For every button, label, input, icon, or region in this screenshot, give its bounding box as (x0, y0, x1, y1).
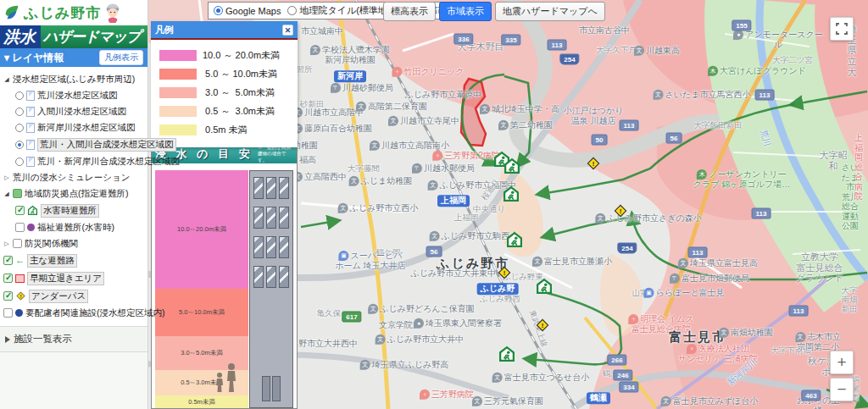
brand-header: ふじみ野市 (0, 0, 147, 25)
checkbox[interactable] (13, 239, 22, 248)
building-door (253, 376, 289, 401)
layer-label: 福祉避難所(水害時) (37, 222, 114, 234)
maptype-option[interactable]: Google Maps (214, 6, 281, 16)
checkbox[interactable] (3, 256, 13, 265)
depth-band: 0.5m未満 (155, 395, 248, 408)
close-icon[interactable]: ✕ (282, 25, 293, 36)
layer-tree-row[interactable]: 水害時避難所 (3, 202, 146, 219)
legend-item: 0.5m 未満 (159, 124, 291, 136)
radio-icon[interactable] (15, 108, 24, 116)
legend-swatch (159, 106, 197, 117)
layer-tree-row[interactable]: 入間川浸水想定区域図 (3, 103, 146, 119)
layer-tree-row[interactable]: 新河岸川浸水想定区域図 (3, 119, 146, 135)
people-silhouette (213, 362, 242, 393)
toolbar-button[interactable]: 地震ハザードマップへ (495, 2, 605, 21)
layer-label: 水害時避難所 (41, 204, 99, 218)
svg-text:!: ! (593, 160, 595, 168)
green-arrow-icon: ← (15, 257, 25, 264)
layer-tree-row[interactable]: !アンダーパス (3, 287, 146, 305)
radio-icon[interactable] (15, 158, 24, 166)
building-floor (253, 266, 289, 288)
layer-label: 主な避難路 (27, 254, 77, 268)
layer-tree-row[interactable]: ▷防災関係機関 (3, 235, 146, 251)
facility-list-toggle[interactable]: 施設一覧表示 (0, 327, 147, 352)
layer-tree-row[interactable]: 荒川・新河岸川合成浸水想定区域図 (3, 153, 146, 169)
shelter-icon[interactable] (506, 231, 524, 252)
legend-label: 10.0 ～ 20.0m未満 (203, 49, 280, 62)
layer-tree-row[interactable]: ▷荒川の浸水シミュレーション (3, 169, 146, 185)
chevron-closed-icon[interactable]: ▷ (3, 174, 10, 181)
fullscreen-button[interactable] (830, 17, 854, 41)
toolbar-button[interactable]: 標高表示 (383, 2, 436, 21)
legend-toggle-button[interactable]: 凡例表示 (99, 50, 143, 65)
window (266, 207, 276, 229)
shelter-icon[interactable] (503, 185, 520, 207)
layer-tree-row[interactable]: 要配慮者関連施設(浸水想定区域内) (3, 305, 146, 321)
chevron-open-icon[interactable]: ◢ (3, 191, 10, 197)
window (266, 236, 276, 258)
shelter-icon[interactable] (498, 345, 516, 367)
layer-label: 荒川の浸水シミュレーション (13, 172, 130, 184)
radio-icon[interactable] (15, 124, 24, 132)
layer-label: 浸水想定区域(ふじみ野市周辺) (13, 74, 135, 86)
underpass-icon[interactable]: ! (587, 157, 601, 174)
layer-tree-row[interactable]: 荒川浸水想定区域図 (3, 87, 146, 103)
checkbox[interactable] (3, 274, 13, 283)
legend-item: 3.0 ～ 5.0m未満 (159, 86, 291, 99)
layer-tree-row[interactable]: ←主な避難路 (3, 251, 146, 269)
checkbox[interactable] (13, 189, 22, 198)
facility-list-label: 施設一覧表示 (14, 333, 72, 345)
mascot-icon (103, 3, 122, 23)
legend-body: 10.0 ～ 20.0m未満 5.0 ～ 10.0m未満 3.0 ～ 5.0m未… (151, 38, 298, 147)
layer-tree-row[interactable]: ◢浸水想定区域(ふじみ野市周辺) (3, 71, 146, 87)
checkbox[interactable] (15, 223, 25, 232)
layer-tree-row[interactable]: 早期立退きエリア (3, 269, 146, 287)
shelter-icon[interactable] (504, 158, 521, 179)
legend-label: 5.0 ～ 10.0m未満 (203, 68, 277, 80)
layer-tree-row[interactable]: ◢地域防災拠点(指定避難所) (3, 185, 146, 202)
city-leaf-logo (3, 3, 21, 22)
window (279, 236, 289, 258)
legend-titlebar[interactable]: 凡例 ✕ (151, 21, 298, 38)
layer-label: 入間川浸水想定区域図 (37, 106, 126, 118)
radio-icon[interactable] (15, 91, 24, 100)
radio-icon[interactable] (287, 6, 297, 15)
window (253, 177, 264, 199)
chevron-closed-icon[interactable]: ▷ (3, 240, 10, 247)
window (266, 177, 276, 199)
shelter-icon[interactable] (536, 278, 554, 299)
legend-label: 3.0 ～ 5.0m未満 (203, 86, 275, 99)
window (279, 207, 289, 229)
window (253, 207, 264, 229)
underpass-icon[interactable]: ! (498, 266, 512, 284)
underpass-icon[interactable]: ! (536, 318, 550, 336)
shelter-icon (27, 205, 38, 216)
underpass-icon[interactable]: ! (614, 204, 628, 222)
building-floor (253, 177, 289, 199)
legend-item: 10.0 ～ 20.0m未満 (159, 49, 291, 62)
depth-guide-note: ※一般的な高層建物の場合です。 (258, 145, 293, 163)
building-illustration (249, 170, 293, 408)
depth-band: 5.0～10.0m未満 (155, 289, 248, 336)
checkbox[interactable] (3, 291, 13, 301)
map-zoom-out-button[interactable]: − (830, 378, 854, 401)
svg-text:!: ! (20, 294, 22, 299)
legend-label: 0.5m 未満 (203, 124, 248, 136)
radio-icon[interactable] (214, 6, 223, 15)
layer-panel-title: ▾ レイヤ情報 (4, 51, 64, 65)
layer-label: アンダーパス (29, 290, 88, 303)
purple-dot-icon (27, 224, 35, 231)
toolbar-button[interactable]: 市域表示 (439, 2, 492, 21)
window (279, 266, 289, 288)
chevron-open-icon[interactable]: ◢ (3, 76, 10, 83)
layer-tree-row[interactable]: 荒川・入間川合成浸水想定区域図 (3, 135, 146, 153)
title-flood: 洪水 (0, 25, 41, 48)
layer-tree-row[interactable]: 福祉避難所(水害時) (3, 219, 146, 235)
legend-label: 0.5 ～ 3.0m未満 (203, 105, 275, 118)
map-zoom-in-button[interactable]: + (830, 351, 854, 374)
checkbox[interactable] (3, 308, 13, 318)
checkbox[interactable] (15, 206, 25, 215)
layer-label: 防災関係機関 (25, 238, 78, 250)
radio-icon[interactable] (15, 141, 24, 149)
depth-guide-illustration: 10.0～20.0m未満5.0～10.0m未満3.0～5.0m未満0.5～3.0… (152, 163, 297, 408)
